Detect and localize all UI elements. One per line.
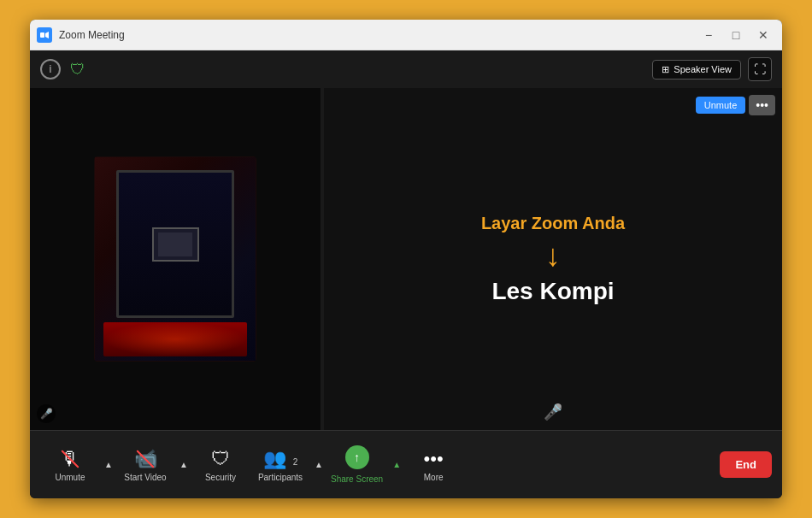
start-video-label: Start Video: [124, 473, 166, 482]
video-left-panel: 🎤: [30, 88, 321, 430]
unmute-icon: 🎙: [61, 448, 79, 470]
people-icon: 👥: [263, 448, 286, 469]
panel-label: Layar Zoom Anda: [481, 214, 625, 233]
minimize-button[interactable]: −: [697, 26, 721, 44]
more-icon: •••: [424, 448, 444, 470]
top-right-controls: ⊞ Speaker View ⛶: [652, 57, 772, 81]
participant-name: Les Kompi: [491, 278, 614, 305]
zoom-window: Zoom Meeting − □ ✕ i 🛡 ⊞ Speaker View ⛶: [30, 20, 782, 498]
window-controls: − □ ✕: [697, 26, 775, 44]
toolbar-items: 🎙 Unmute ▲ 📹 Start Video ▲: [40, 445, 720, 484]
security-label: Security: [205, 473, 236, 482]
inner-monitor: [152, 227, 199, 262]
info-icon[interactable]: i: [40, 59, 61, 79]
participants-badge: 2: [293, 457, 298, 467]
toolbar-start-video[interactable]: 📹 Start Video: [115, 448, 175, 482]
top-left-icons: i 🛡: [40, 59, 88, 79]
video-icon-wrap: 📹: [134, 448, 157, 470]
share-screen-label: Share Screen: [331, 474, 383, 484]
speaker-view-label: Speaker View: [674, 64, 732, 74]
close-button[interactable]: ✕: [751, 26, 775, 44]
meeting-area: i 🛡 ⊞ Speaker View ⛶: [30, 50, 782, 430]
video-right-panel: Unmute ••• Layar Zoom Anda ↓ Les Kompi 🎤: [324, 88, 782, 430]
unmute-chevron[interactable]: ▲: [102, 452, 115, 478]
unmute-overlay-controls: Unmute •••: [696, 95, 775, 115]
window-title: Zoom Meeting: [59, 29, 697, 41]
mute-overlay-left: 🎤: [37, 404, 56, 423]
screen-content: [119, 173, 232, 315]
video-content: 🎤 Unmute ••• Layar Zoom Anda ↓ Les Kompi…: [30, 88, 782, 430]
fullscreen-button[interactable]: ⛶: [748, 57, 772, 81]
video-chevron[interactable]: ▲: [177, 452, 191, 478]
more-label: More: [424, 473, 444, 482]
mic-muted-icon: 🎤: [544, 403, 562, 421]
participants-label: Participants: [258, 473, 303, 482]
maximize-button[interactable]: □: [724, 26, 748, 44]
inner-screen: [158, 233, 192, 256]
meeting-top-bar: i 🛡 ⊞ Speaker View ⛶: [30, 50, 782, 88]
svg-marker-1: [45, 32, 49, 38]
title-bar: Zoom Meeting − □ ✕: [30, 20, 782, 50]
unmute-overlay-button[interactable]: Unmute: [696, 97, 746, 114]
toolbar-security[interactable]: 🛡 Security: [191, 448, 250, 482]
participants-icon: 👥 2: [263, 448, 298, 470]
shield-icon: 🛡: [68, 59, 88, 79]
share-screen-icon: ↑: [345, 445, 369, 472]
toolbar-participants[interactable]: 👥 2 Participants: [250, 448, 310, 482]
end-button[interactable]: End: [720, 451, 772, 478]
toolbar-unmute[interactable]: 🎙 Unmute: [40, 448, 100, 482]
more-dots-button[interactable]: •••: [749, 95, 775, 115]
video-icon: 📹: [134, 448, 157, 470]
speaker-view-icon: ⊞: [662, 64, 669, 75]
toolbar-share-screen[interactable]: ↑ Share Screen: [326, 445, 388, 484]
zoom-logo: [37, 27, 52, 43]
mic-icon-wrap: 🎙: [61, 448, 79, 470]
share-screen-chevron[interactable]: ▲: [390, 452, 403, 478]
toolbar-more[interactable]: ••• More: [403, 448, 463, 482]
share-bg: ↑: [345, 445, 369, 469]
laptop-visual: [95, 157, 256, 361]
toolbar: 🎙 Unmute ▲ 📹 Start Video ▲: [30, 430, 782, 498]
participants-chevron[interactable]: ▲: [312, 452, 326, 478]
unmute-label: Unmute: [55, 473, 85, 482]
svg-rect-0: [40, 32, 44, 38]
keyboard-glow: [103, 322, 247, 356]
speaker-view-button[interactable]: ⊞ Speaker View: [652, 60, 741, 79]
security-icon: 🛡: [211, 448, 230, 470]
upload-icon: ↑: [354, 450, 360, 464]
down-arrow-icon: ↓: [545, 240, 561, 271]
video-thumbnail: [94, 156, 256, 362]
